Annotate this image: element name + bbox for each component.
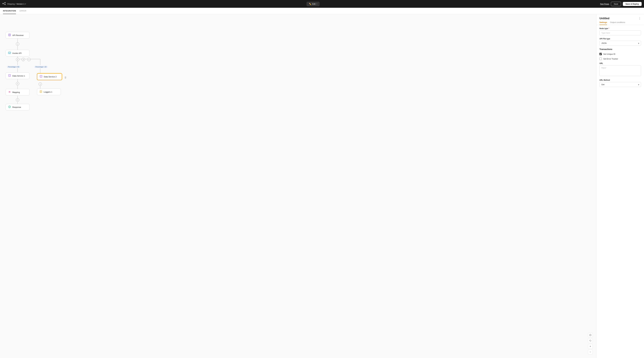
node-data-service-1[interactable]: Data Service 1 [6, 73, 30, 79]
set-unique-id-checkbox[interactable] [600, 53, 602, 55]
tab-error[interactable]: ERROR [20, 8, 26, 14]
panel-body: Node type * API File type JSON XML CSV [596, 25, 644, 89]
panel-menu-icon[interactable]: ⋮ [638, 17, 641, 20]
panel-title: Untitled [600, 17, 610, 20]
node-invoke-api[interactable]: Invoke API [6, 50, 30, 56]
field-url: URL [600, 62, 641, 77]
breadcrumb: Shipping / Version 1 ▾ [7, 3, 26, 5]
svg-point-1 [5, 2, 6, 3]
zoom-in-control[interactable]: + [588, 344, 593, 349]
field-url-method: URL Method Get Post Put Delete Patch [600, 79, 641, 87]
node-api-receiver-label: API Receiver [12, 34, 24, 36]
canvas-svg [0, 14, 596, 358]
edit-dropdown-icon: ▾ [316, 3, 317, 5]
data-service-2-icon [40, 75, 42, 78]
node-data-service-1-label: Data Service 1 [12, 75, 25, 77]
branch-circle-1[interactable]: 1 [16, 58, 19, 61]
node-api-receiver[interactable]: API Receiver [6, 32, 30, 39]
breadcrumb-prefix: Shipping / [7, 3, 16, 5]
header-center: ✏️ Edit ▾ [307, 2, 319, 6]
svg-rect-20 [8, 52, 11, 54]
panel-tabs: Settings Output conditions [596, 20, 644, 25]
data-service-1-icon [8, 74, 11, 77]
node-response[interactable]: Response [6, 104, 30, 110]
mapping-icon [8, 91, 11, 94]
api-file-type-label: API File type [600, 38, 641, 40]
loggers-icon [40, 90, 42, 94]
header-left: Shipping / Version 1 ▾ [2, 2, 26, 6]
field-node-type: Node type * [600, 28, 641, 35]
url-method-label: URL Method [600, 79, 641, 81]
field-api-file-type: API File type JSON XML CSV [600, 38, 641, 46]
canvas-controls: + − [588, 333, 593, 354]
section-transactions: Transactions [600, 48, 641, 51]
add-after-data-service-1[interactable]: + [16, 82, 19, 85]
node-loggers-1-label: Loggers 1 [44, 91, 52, 93]
add-after-data-service-2[interactable]: + [38, 83, 42, 86]
svg-rect-26 [40, 77, 42, 77]
save-deploy-button[interactable]: Save & Deploy [623, 2, 642, 6]
svg-point-0 [3, 3, 4, 4]
url-method-select-wrapper: Get Post Put Delete Patch [600, 82, 641, 87]
node-response-label: Response [12, 106, 21, 108]
svg-rect-22 [9, 75, 10, 76]
undo-control[interactable] [588, 338, 593, 343]
svg-rect-23 [9, 76, 10, 76]
node-invoke-api-label: Invoke API [12, 52, 22, 54]
add-after-api-receiver[interactable]: + [16, 42, 19, 46]
right-panel: Untitled ⋮ Settings Output conditions No… [596, 14, 644, 358]
checkbox-set-error-tracker: Set Error Tracker [600, 58, 641, 60]
transactions-title: Transactions [600, 48, 641, 51]
checkbox-set-unique-id: Set Unique ID [600, 53, 641, 55]
node-type-input[interactable] [600, 31, 641, 35]
required-asterisk: * [608, 28, 609, 30]
svg-line-4 [4, 4, 5, 4]
save-button[interactable]: Save [611, 2, 621, 6]
test-flows-button[interactable]: Test Flows [600, 3, 609, 5]
api-receiver-icon [8, 34, 11, 37]
invoke-api-icon [8, 52, 11, 55]
node-mapping[interactable]: Mapping [6, 89, 30, 96]
breadcrumb-version: Version 1 [16, 3, 24, 5]
header-right: Test Flows Save Save & Deploy [600, 2, 642, 6]
panel-tab-settings[interactable]: Settings [600, 21, 607, 25]
chevron-down-icon[interactable]: ▾ [25, 3, 26, 5]
delete-node-icon[interactable] [64, 76, 67, 80]
svg-line-3 [4, 3, 5, 4]
set-error-tracker-label: Set Error Tracker [603, 58, 618, 60]
panel-tab-output-conditions[interactable]: Output conditions [610, 21, 625, 25]
url-method-select[interactable]: Get Post Put Delete Patch [600, 82, 641, 87]
zoom-out-control[interactable]: − [588, 350, 593, 354]
condition-label-2: Percentage < 20 [34, 66, 48, 68]
main: API Receiver + Invoke API 1 2 + Percenta… [0, 14, 644, 358]
plus-icon: + [590, 345, 591, 348]
tab-integration[interactable]: INTEGRATION [3, 8, 16, 14]
no-entry-control[interactable] [588, 333, 593, 337]
minus-icon: − [590, 351, 591, 353]
svg-point-2 [5, 4, 6, 5]
edit-label: Edit [312, 3, 316, 5]
svg-rect-25 [40, 76, 42, 76]
node-data-service-2-label: Data Service 2 [44, 76, 56, 78]
header: Shipping / Version 1 ▾ ✏️ Edit ▾ Test Fl… [0, 0, 644, 8]
edit-button[interactable]: ✏️ Edit ▾ [307, 2, 319, 6]
tabs-bar: INTEGRATION ERROR [0, 8, 644, 14]
canvas[interactable]: API Receiver + Invoke API 1 2 + Percenta… [0, 14, 596, 358]
node-loggers-1[interactable]: Loggers 1 [37, 89, 61, 95]
api-file-type-select[interactable]: JSON XML CSV [600, 41, 641, 46]
app-logo-icon [2, 2, 6, 6]
set-error-tracker-checkbox[interactable] [600, 58, 602, 60]
response-icon [8, 106, 11, 109]
node-data-service-2[interactable]: Data Service 2 [37, 73, 62, 80]
condition-label-1: Percentage > 50 [7, 66, 20, 68]
url-label: URL [600, 62, 641, 65]
panel-header: Untitled ⋮ [596, 14, 644, 20]
add-after-mapping[interactable]: + [16, 98, 19, 102]
branch-add[interactable]: + [27, 58, 30, 61]
node-mapping-label: Mapping [12, 91, 20, 93]
set-unique-id-label: Set Unique ID [603, 53, 616, 55]
edit-icon: ✏️ [309, 3, 311, 5]
branch-circle-2[interactable]: 2 [22, 58, 25, 61]
url-input[interactable] [600, 65, 641, 76]
node-type-label: Node type * [600, 28, 641, 30]
